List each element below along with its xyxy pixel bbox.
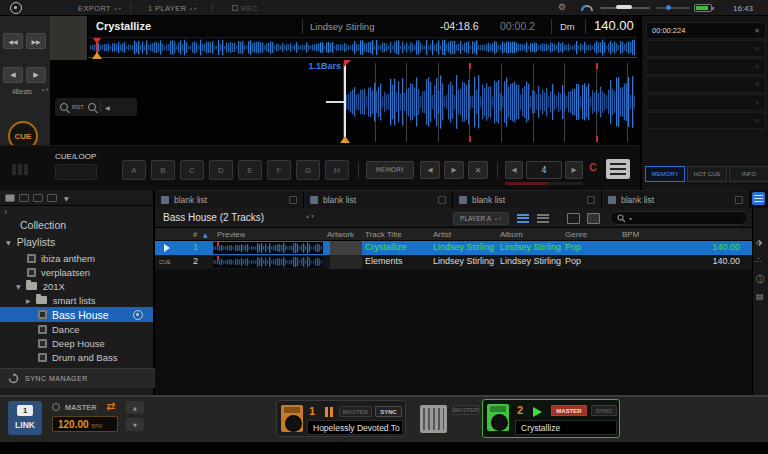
rec-toggle[interactable]: REC [232,4,258,13]
playlist-view-icon[interactable] [33,194,43,202]
sidebar-item-collection[interactable]: Collection [0,217,153,233]
memory-prev-button[interactable]: ◀ [420,161,440,179]
sync-manager-button[interactable]: SYNC MANAGER [0,368,155,388]
list-panel-icon[interactable]: ▤ [756,292,764,301]
collapse-controls-icon[interactable]: ◀ [105,104,110,111]
browser-tab-2[interactable]: blank list [304,190,453,208]
expand-icon[interactable]: ▼ [6,239,11,246]
expand-icon[interactable]: ▼ [16,283,21,290]
search-input[interactable]: ▾ [610,211,748,225]
add-tab-icon[interactable] [752,192,765,205]
settings-gear-icon[interactable]: ⚙ [558,2,566,12]
sidebar-item-ibiza-anthem[interactable]: ibiza anthem [0,251,153,265]
sidebar-item-playlists[interactable]: ▼ Playlists [0,234,153,250]
tag-icon[interactable]: ⬗ [756,238,762,247]
tab-option-icon[interactable] [587,196,595,204]
col-genre[interactable]: Genre [565,230,587,239]
link-button[interactable]: 1 LINK [8,401,42,435]
table-header[interactable]: # ▲ Preview Artwork Track Title Artist A… [155,228,752,241]
preview-waveform[interactable] [213,242,323,254]
tab-memory[interactable]: MEMORY [645,166,685,182]
waveform-zoomed[interactable]: 1.1Bars [50,60,637,145]
memory-next-button[interactable]: ▶ [444,161,464,179]
col-track-title[interactable]: Track Title [365,230,402,239]
search-forward-button[interactable]: ▶ [26,67,46,83]
previous-track-button[interactable]: ◀◀ [3,33,23,49]
hot-cue-h-button[interactable]: H [325,160,349,180]
beat-jump-stepper[interactable]: ▲▼ [41,88,49,92]
sidebar-folder-201x[interactable]: ▼ 201X [0,279,153,293]
info-icon[interactable]: ⓘ [756,274,764,285]
loop-size-increase-button[interactable]: ▶ [565,161,583,179]
preview-waveform[interactable] [213,256,323,268]
collapse-row[interactable]: › [0,206,153,217]
sidebar-item-deep-house[interactable]: Deep House [0,336,153,350]
tab-hot-cue[interactable]: HOT CUE [687,166,727,182]
sort-arrow-icon[interactable]: ▲ [203,231,208,238]
player-assign-dropdown[interactable]: PLAYER A ▲▼ [453,212,509,225]
bpm-up-button[interactable]: ▲ [126,401,144,414]
artwork-small-view-button[interactable] [567,213,580,224]
master-bpm-display[interactable]: 120.00 BPM [52,416,118,432]
player2-master-button[interactable]: MASTER [551,405,587,416]
collapsed-icon[interactable]: ▶ [26,297,31,304]
browser-tab-1[interactable]: blank list [155,190,304,208]
browser-tab-3[interactable]: blank list [453,190,602,208]
history-view-icon[interactable] [47,194,57,202]
waveform-overview[interactable] [88,38,637,58]
hot-cue-c-button[interactable]: C [180,160,204,180]
related-tracks-icon[interactable]: ∴ [756,256,761,265]
hot-cue-f-button[interactable]: F [267,160,291,180]
col-album[interactable]: Album [500,230,523,239]
hot-cue-e-button[interactable]: E [238,160,262,180]
tab-option-icon[interactable] [289,196,297,204]
hot-cue-b-button[interactable]: B [151,160,175,180]
sidebar-item-drum-and-bass[interactable]: Drum and Bass [0,350,153,364]
headphone-cue-knob-icon[interactable] [580,2,594,14]
sidebar-item-verplaatsen[interactable]: verplaatsen [0,265,153,279]
hot-cue-d-button[interactable]: D [209,160,233,180]
table-row[interactable]: 1 Crystallize Lindsey Stirling Lindsey S… [155,241,752,255]
col-preview[interactable]: Preview [217,230,245,239]
player1-sync-button[interactable]: SYNC [375,406,402,417]
bpm-down-button[interactable]: ▼ [126,418,144,431]
volume-slider-handle[interactable] [616,5,632,9]
table-row[interactable]: CUE 2 Elements Lindsey Stirling Lindsey … [155,255,752,269]
hot-cue-a-button[interactable]: A [122,160,146,180]
browser-tab-4[interactable]: blank list [602,190,750,208]
deck-menu-button[interactable] [606,159,630,179]
player-count-dropdown[interactable]: 1 PLAYER ▲▼ [148,4,198,13]
player1-master-button[interactable]: MASTER [339,406,372,417]
hot-cue-g-button[interactable]: G [296,160,320,180]
artwork-large-view-button[interactable] [587,213,600,224]
list-view-button[interactable] [537,212,549,224]
export-mode-dropdown[interactable]: EXPORT ▲▼ [78,4,122,13]
crossfader-slider[interactable] [656,7,690,9]
beat-sync-arrows-icon[interactable]: ⇄ [106,400,115,413]
memory-set-button[interactable]: MEMORY [366,161,414,179]
tab-option-icon[interactable] [735,196,743,204]
col-bpm[interactable]: BPM [622,230,639,239]
zoom-in-icon[interactable] [60,103,68,111]
player1-status[interactable]: 1 MASTER SYNC Hopelessly Devoted To Y [276,400,406,437]
tab-option-icon[interactable] [438,196,446,204]
next-track-button[interactable]: ▶▶ [26,33,46,49]
loop-size-decrease-button[interactable]: ◀ [505,161,523,179]
tab-info[interactable]: INFO [729,166,768,182]
tag-view-icon[interactable] [19,194,29,202]
player2-sync-button[interactable]: SYNC [591,405,617,416]
col-artwork[interactable]: Artwork [327,230,361,239]
search-back-button[interactable]: ◀ [3,67,23,83]
sidebar-item-bass-house[interactable]: Bass House [0,307,153,322]
crossfader-handle[interactable] [666,5,671,10]
view-dropdown-icon[interactable]: ▼ [64,195,69,202]
sidebar-item-dance[interactable]: Dance [0,322,153,336]
sidebar-folder-smart-lists[interactable]: ▶ smart lists [0,293,153,307]
zoom-out-icon[interactable] [88,103,96,111]
tree-view-icon[interactable] [5,194,15,202]
player2-status[interactable]: 2 MASTER SYNC Crystallize [482,399,620,438]
memory-cue-row[interactable]: 00:00:224 ✕ [646,22,766,39]
playlist-title-stepper-icon[interactable]: ▲▼ [305,214,315,218]
col-number[interactable]: # [193,230,197,239]
search-filter-caret-icon[interactable]: ▾ [629,215,632,222]
